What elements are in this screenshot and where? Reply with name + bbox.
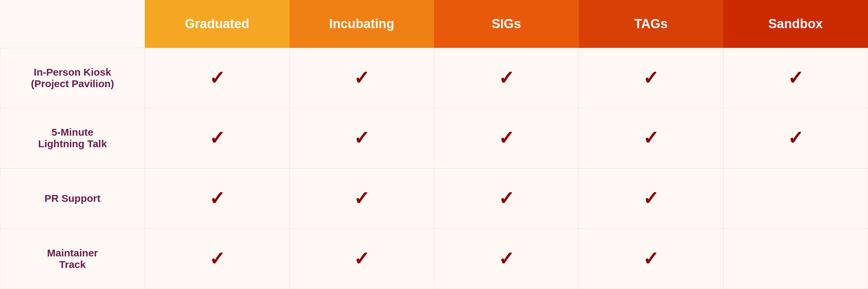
check-cell-3-4	[723, 229, 868, 289]
check-cell-2-1: ✓	[290, 168, 434, 229]
checkmark-icon: ✓	[354, 67, 370, 89]
check-cell-3-3: ✓	[579, 229, 724, 289]
checkmark-icon: ✓	[354, 188, 370, 209]
row-label-2: PR Support	[0, 168, 145, 229]
comparison-table: Graduated Incubating SIGs TAGs Sandbox I…	[0, 0, 868, 289]
check-cell-1-4: ✓	[723, 108, 868, 169]
check-cell-2-2: ✓	[434, 168, 579, 229]
check-cell-0-3: ✓	[579, 48, 724, 108]
row-label-1: 5-Minute Lightning Talk	[0, 108, 145, 169]
checkmark-icon: ✓	[209, 188, 225, 209]
check-cell-1-1: ✓	[290, 108, 434, 169]
header-sigs: SIGs	[434, 0, 579, 48]
check-cell-0-0: ✓	[145, 48, 290, 108]
checkmark-icon: ✓	[643, 127, 659, 149]
table-row: PR Support✓✓✓✓	[0, 168, 868, 229]
check-cell-1-0: ✓	[145, 108, 290, 169]
table-row: 5-Minute Lightning Talk✓✓✓✓✓	[0, 108, 868, 169]
header-row: Graduated Incubating SIGs TAGs Sandbox	[0, 0, 868, 48]
check-cell-2-3: ✓	[579, 168, 724, 229]
checkmark-icon: ✓	[788, 67, 804, 89]
comparison-table-wrapper: Graduated Incubating SIGs TAGs Sandbox I…	[0, 0, 868, 289]
check-cell-0-2: ✓	[434, 48, 579, 108]
check-cell-1-3: ✓	[579, 108, 724, 169]
check-cell-1-2: ✓	[434, 108, 579, 169]
row-label-3: Maintainer Track	[0, 229, 145, 289]
check-cell-2-4	[723, 168, 868, 229]
table-row: Maintainer Track✓✓✓✓	[0, 229, 868, 289]
header-incubating: Incubating	[290, 0, 434, 48]
header-graduated: Graduated	[145, 0, 290, 48]
checkmark-icon: ✓	[498, 248, 514, 269]
checkmark-icon: ✓	[498, 127, 514, 149]
check-cell-3-1: ✓	[290, 229, 434, 289]
checkmark-icon: ✓	[643, 67, 659, 89]
row-label-0: In-Person Kiosk (Project Pavilion)	[0, 48, 145, 108]
header-label-cell	[0, 0, 145, 48]
checkmark-icon: ✓	[788, 127, 804, 149]
checkmark-icon: ✓	[354, 248, 370, 269]
table-row: In-Person Kiosk (Project Pavilion)✓✓✓✓✓	[0, 48, 868, 108]
checkmark-icon: ✓	[643, 248, 659, 269]
check-cell-0-1: ✓	[290, 48, 434, 108]
checkmark-icon: ✓	[209, 127, 225, 149]
checkmark-icon: ✓	[643, 188, 659, 209]
check-cell-2-0: ✓	[145, 168, 290, 229]
checkmark-icon: ✓	[498, 188, 514, 209]
checkmark-icon: ✓	[354, 127, 370, 149]
checkmark-icon: ✓	[209, 248, 225, 269]
check-cell-3-0: ✓	[145, 229, 290, 289]
checkmark-icon: ✓	[498, 67, 514, 89]
check-cell-3-2: ✓	[434, 229, 579, 289]
checkmark-icon: ✓	[209, 67, 225, 89]
check-cell-0-4: ✓	[723, 48, 868, 108]
header-tags: TAGs	[579, 0, 724, 48]
header-sandbox: Sandbox	[723, 0, 868, 48]
